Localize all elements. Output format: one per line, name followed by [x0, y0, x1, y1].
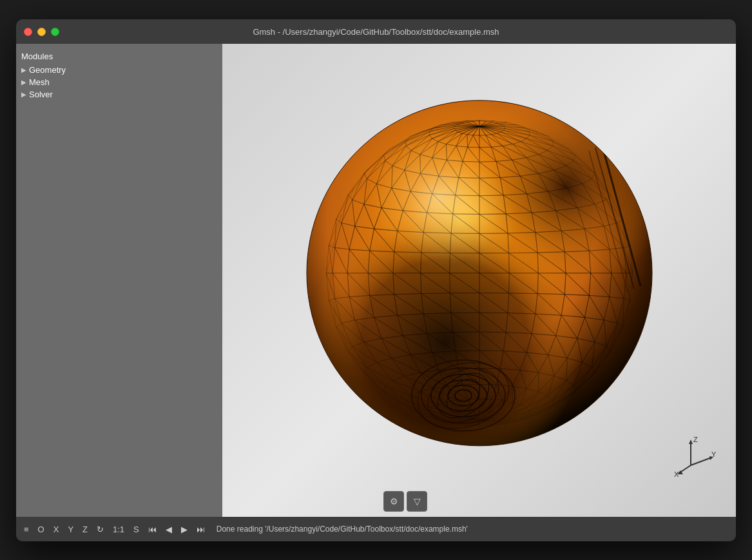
- traffic-lights: [24, 28, 59, 36]
- filter-button[interactable]: ▽: [407, 491, 427, 512]
- scale-button[interactable]: 1:1: [110, 523, 127, 536]
- close-button[interactable]: [24, 28, 32, 36]
- titlebar: Gmsh - /Users/zhangyi/Code/GitHub/Toolbo…: [16, 19, 736, 44]
- minimize-button[interactable]: [37, 28, 46, 36]
- rotate-button[interactable]: ↻: [94, 523, 106, 536]
- next-button[interactable]: ▶: [178, 523, 190, 536]
- sidebar-item-mesh[interactable]: ▶ Mesh: [16, 76, 222, 88]
- x-view-button[interactable]: X: [51, 523, 62, 536]
- sidebar-modules-label: Modules: [16, 49, 222, 64]
- sidebar-item-mesh-label: Mesh: [29, 77, 50, 87]
- mesh-sphere-svg: [299, 93, 660, 454]
- y-view-button[interactable]: Y: [65, 523, 76, 536]
- sidebar-item-solver-label: Solver: [29, 90, 53, 99]
- main-content: Modules ▶ Geometry ▶ Mesh ▶ Solver: [16, 44, 736, 517]
- o-view-button[interactable]: O: [35, 523, 47, 536]
- svg-text:Z: Z: [693, 436, 698, 443]
- solver-arrow-icon: ▶: [21, 91, 26, 98]
- sidebar-item-solver[interactable]: ▶ Solver: [16, 88, 222, 101]
- sidebar-item-geometry-label: Geometry: [29, 65, 66, 75]
- viewport-controls: ⚙ ▽: [383, 491, 427, 512]
- status-bar: ≡ O X Y Z ↻ 1:1 S ⏮ ◀ ▶ ⏭ Done reading '…: [16, 517, 736, 541]
- skip-forward-button[interactable]: ⏭: [194, 523, 207, 536]
- s-button[interactable]: S: [131, 523, 142, 536]
- maximize-button[interactable]: [51, 28, 59, 36]
- sidebar-item-geometry[interactable]: ▶ Geometry: [16, 64, 222, 76]
- sidebar: Modules ▶ Geometry ▶ Mesh ▶ Solver: [16, 44, 222, 517]
- menu-icon-button[interactable]: ≡: [21, 523, 32, 536]
- prev-button[interactable]: ◀: [163, 523, 175, 536]
- svg-text:Y: Y: [711, 450, 717, 458]
- status-message: Done reading '/Users/zhangyi/Code/GitHub…: [217, 525, 468, 534]
- z-view-button[interactable]: Z: [80, 523, 90, 536]
- svg-marker-737: [689, 439, 693, 444]
- skip-back-button[interactable]: ⏮: [146, 523, 159, 536]
- svg-text:X: X: [674, 470, 679, 478]
- window-title: Gmsh - /Users/zhangyi/Code/GitHub/Toolbo…: [253, 27, 499, 37]
- sphere-visualization: [299, 93, 660, 454]
- geometry-arrow-icon: ▶: [21, 66, 26, 73]
- settings-button[interactable]: ⚙: [383, 491, 404, 512]
- svg-point-734: [307, 101, 652, 446]
- axes-indicator: Z Y X: [671, 433, 717, 478]
- viewport[interactable]: Z Y X ⚙ ▽: [222, 44, 736, 517]
- mesh-lines: [307, 101, 652, 446]
- svg-line-739: [691, 458, 711, 465]
- mesh-arrow-icon: ▶: [21, 79, 26, 86]
